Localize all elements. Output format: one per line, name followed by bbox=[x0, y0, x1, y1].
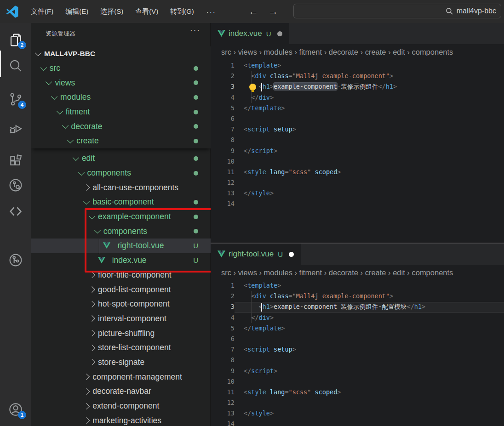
tree-item-store-signate[interactable]: store-signate bbox=[31, 355, 211, 370]
tree-item-views[interactable]: views bbox=[31, 75, 211, 90]
code-line[interactable]: 14 bbox=[211, 419, 504, 426]
code-line[interactable]: 14 bbox=[211, 199, 504, 209]
tree-item-label: right-tool.vue bbox=[117, 241, 164, 250]
code-line[interactable]: 7<script setup> bbox=[211, 124, 504, 135]
code-line[interactable]: 9</script> bbox=[211, 146, 504, 156]
code-line[interactable]: 10 bbox=[211, 156, 504, 167]
tree-item-label: MALL4VP-BBC bbox=[44, 50, 95, 58]
tree-item-src[interactable]: src bbox=[31, 61, 211, 76]
code-text: </style> bbox=[244, 188, 274, 199]
code-line[interactable]: 6 bbox=[211, 334, 504, 344]
code-editor-index-vue[interactable]: 1<template>2 <div class="Mall4j example-… bbox=[211, 60, 504, 210]
tree-item-index-vue[interactable]: index.vueU bbox=[31, 253, 211, 268]
code-line[interactable]: 11<style lang="scss" scoped> bbox=[211, 387, 504, 398]
code-line[interactable]: 9</script> bbox=[211, 366, 504, 376]
git-graph-icon[interactable] bbox=[8, 253, 23, 267]
tree-item-decorate[interactable]: decorate bbox=[31, 119, 211, 134]
code-line[interactable]: 4 </div> bbox=[211, 312, 504, 323]
code-line[interactable]: 13</style> bbox=[211, 408, 504, 419]
search-sidebar-icon[interactable] bbox=[8, 58, 23, 73]
tree-item-decorate-navbar[interactable]: decorate-navbar bbox=[31, 384, 211, 399]
chevron-down-icon bbox=[67, 137, 74, 143]
tree-item-label: views bbox=[55, 78, 75, 88]
line-number: 11 bbox=[211, 167, 235, 177]
code-line[interactable]: 3 <h1>example-component 装修示例组件-配置模块</h1> bbox=[211, 301, 504, 312]
nav-forward-icon[interactable]: → bbox=[263, 6, 283, 17]
git-untracked-badge: U bbox=[193, 242, 198, 250]
account-icon[interactable]: 1 bbox=[8, 402, 23, 417]
chevron-right-icon bbox=[83, 403, 90, 409]
code-line[interactable]: 1<template> bbox=[211, 280, 504, 291]
code-line[interactable]: 8 bbox=[211, 135, 504, 145]
menu-selection[interactable]: 选择(S) bbox=[94, 0, 129, 23]
line-number: 3 bbox=[211, 81, 235, 92]
code-brackets-icon[interactable] bbox=[8, 204, 23, 219]
extensions-icon[interactable] bbox=[8, 154, 23, 169]
code-line[interactable]: 5</template> bbox=[211, 103, 504, 114]
sidebar-more-icon[interactable]: ··· bbox=[190, 26, 200, 35]
tree-item-components[interactable]: components bbox=[31, 166, 211, 181]
tree-item-edit[interactable]: edit bbox=[31, 151, 211, 166]
tab-git-status: U bbox=[266, 30, 271, 38]
code-line[interactable]: 12 bbox=[211, 398, 504, 408]
line-number: 14 bbox=[211, 199, 235, 209]
tree-item-good-list-component[interactable]: good-list-component bbox=[31, 282, 211, 297]
tree-item-marketing-activities[interactable]: marketing-activities bbox=[31, 413, 211, 426]
breadcrumb-bottom[interactable]: src › views › modules › fitment › decora… bbox=[211, 265, 504, 281]
chevron-right-icon bbox=[89, 345, 95, 351]
commit-search-icon[interactable] bbox=[8, 178, 23, 193]
menu-view[interactable]: 查看(V) bbox=[129, 0, 164, 23]
tab-right-tool-vue[interactable]: right-tool.vue U bbox=[211, 244, 301, 265]
menu-more-icon[interactable]: ··· bbox=[200, 8, 223, 16]
menu-file[interactable]: 文件(F) bbox=[25, 0, 59, 23]
code-line[interactable]: 6 bbox=[211, 114, 504, 124]
run-debug-icon[interactable] bbox=[8, 121, 23, 136]
vue-icon bbox=[218, 30, 225, 37]
tree-item-label: store-list-component bbox=[98, 343, 171, 352]
tree-item-create[interactable]: create bbox=[31, 134, 211, 148]
code-line[interactable]: 2 <div class="Mall4j example-component"> bbox=[211, 71, 504, 81]
tree-item-right-tool-vue[interactable]: right-tool.vueU bbox=[31, 239, 211, 253]
code-line[interactable]: 12 bbox=[211, 177, 504, 188]
line-number: 6 bbox=[211, 334, 235, 344]
tree-item-example-component[interactable]: example-component bbox=[31, 210, 211, 224]
command-center-search[interactable]: mall4vp-bbc bbox=[293, 4, 501, 18]
tab-index-vue[interactable]: index.vue U bbox=[211, 23, 289, 44]
tree-item-all-can-use-components[interactable]: all-can-use-components bbox=[31, 180, 211, 195]
source-control-icon[interactable]: 4 bbox=[8, 92, 23, 107]
tree-item-interval-component[interactable]: interval-component bbox=[31, 312, 211, 326]
tab-dirty-dot[interactable] bbox=[277, 31, 282, 36]
menu-goto[interactable]: 转到(G) bbox=[164, 0, 200, 23]
chevron-right-icon bbox=[83, 184, 90, 191]
code-line[interactable]: 8 bbox=[211, 355, 504, 365]
code-line[interactable]: 11<style lang="scss" scoped> bbox=[211, 167, 504, 177]
tab-dirty-dot[interactable] bbox=[289, 252, 294, 257]
code-line[interactable]: 10 bbox=[211, 376, 504, 387]
tree-item-store-list-component[interactable]: store-list-component bbox=[31, 341, 211, 355]
code-line[interactable]: 13</style> bbox=[211, 188, 504, 199]
tree-item-fitment[interactable]: fitment bbox=[31, 105, 211, 119]
breadcrumb-top[interactable]: src › views › modules › fitment › decora… bbox=[211, 44, 504, 60]
tree-item-components[interactable]: components bbox=[31, 224, 211, 239]
code-text: </script> bbox=[244, 366, 277, 376]
tree-item-hot-spot-component[interactable]: hot-spot-component bbox=[31, 297, 211, 312]
tree-item-modules[interactable]: modules bbox=[31, 90, 211, 105]
menu-edit[interactable]: 编辑(E) bbox=[59, 0, 94, 23]
editor-split-sash[interactable] bbox=[211, 243, 504, 244]
lightbulb-icon[interactable] bbox=[249, 84, 256, 91]
tree-item-basic-component[interactable]: basic-component bbox=[31, 195, 211, 210]
tree-item-extend-component[interactable]: extend-component bbox=[31, 399, 211, 414]
tree-item-component-management[interactable]: component-management bbox=[31, 369, 211, 384]
code-line[interactable]: 7<script setup> bbox=[211, 344, 504, 355]
code-editor-right-tool-vue[interactable]: 1<template>2 <div class="Mall4j example-… bbox=[211, 280, 504, 426]
explorer-icon[interactable]: 2 bbox=[8, 32, 23, 47]
code-line[interactable]: 5</template> bbox=[211, 323, 504, 334]
code-line[interactable]: 2 <div class="Mall4j example-component"> bbox=[211, 291, 504, 301]
tree-item-picture-shuffling[interactable]: picture-shuffling bbox=[31, 326, 211, 341]
tree-item-floor-title-component[interactable]: floor-title-component bbox=[31, 268, 211, 283]
tree-item-mall4vp-bbc[interactable]: MALL4VP-BBC bbox=[31, 46, 211, 61]
code-line[interactable]: 4 </div> bbox=[211, 92, 504, 103]
tab-filename: right-tool.vue bbox=[229, 250, 274, 259]
nav-back-icon[interactable]: ← bbox=[244, 6, 263, 17]
code-line[interactable]: 1<template> bbox=[211, 60, 504, 71]
